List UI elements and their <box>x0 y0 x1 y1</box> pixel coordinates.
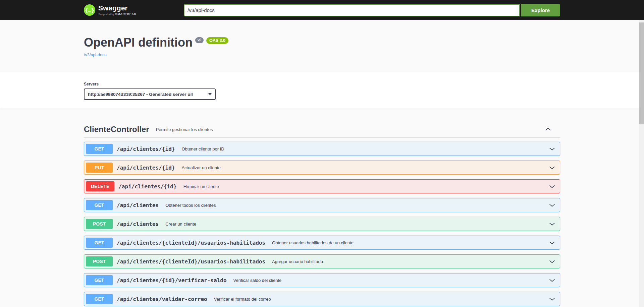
page-title: OpenAPI definition v0 OAS 3.0 <box>84 36 560 49</box>
endpoint-summary-bar[interactable]: POST /api/clientes Crear un cliente <box>84 217 560 231</box>
endpoint-path: /api/clientes/{id} <box>114 183 180 190</box>
swagger-page: {…} Swagger Supported by SMARTBEAR Explo… <box>0 0 644 307</box>
method-badge: GET <box>86 294 113 304</box>
method-badge: GET <box>86 238 113 248</box>
endpoint-row[interactable]: DELETE /api/clientes/{id} Eliminar un cl… <box>84 179 560 193</box>
endpoint-path: /api/clientes/{clienteId}/usuarios-habil… <box>113 240 269 246</box>
endpoint-summary-bar[interactable]: GET /api/clientes/{id} Obtener cliente p… <box>84 142 560 156</box>
method-badge: POST <box>86 256 113 266</box>
endpoint-summary: Obtener todos los clientes <box>162 203 549 208</box>
expand-chevron-down-icon[interactable] <box>549 277 555 284</box>
logo-tagline: Supported by SMARTBEAR <box>98 12 137 16</box>
method-badge: POST <box>86 219 113 229</box>
endpoint-summary-bar[interactable]: GET /api/clientes/{clienteId}/usuarios-h… <box>84 236 560 249</box>
brand-name: Swagger <box>98 4 137 12</box>
endpoint-path: /api/clientes/{id} <box>113 146 178 152</box>
server-select[interactable]: http://ae998074d319:35267 - Generated se… <box>84 88 216 100</box>
expand-chevron-down-icon[interactable] <box>549 258 555 265</box>
endpoint-list: GET /api/clientes/{id} Obtener cliente p… <box>84 142 560 307</box>
endpoint-summary-bar[interactable]: PUT /api/clientes/{id} Actualizar un cli… <box>84 161 560 174</box>
endpoint-path: /api/clientes/validar-correo <box>113 296 211 302</box>
tag-description: Permite gestionar los clientes <box>156 127 545 132</box>
endpoint-path: /api/clientes/{id} <box>113 165 178 171</box>
tagline-brand: SMARTBEAR <box>115 12 137 16</box>
tagline-prefix: Supported by <box>98 13 114 16</box>
endpoint-row[interactable]: GET /api/clientes/{id}/verificar-saldo V… <box>84 273 560 287</box>
method-badge: GET <box>86 144 113 154</box>
endpoint-path: /api/clientes <box>113 202 162 208</box>
spec-link[interactable]: /v3/api-docs <box>84 53 106 57</box>
endpoint-row[interactable]: PUT /api/clientes/{id} Actualizar un cli… <box>84 161 560 175</box>
expand-chevron-down-icon[interactable] <box>549 221 555 227</box>
endpoint-row[interactable]: POST /api/clientes Crear un cliente <box>84 217 560 231</box>
expand-chevron-down-icon[interactable] <box>549 239 555 246</box>
page-title-text: OpenAPI definition <box>84 36 193 49</box>
endpoint-summary-bar[interactable]: GET /api/clientes/{id}/verificar-saldo V… <box>84 273 560 287</box>
method-badge: GET <box>86 275 113 285</box>
tag-header-clientecontroller[interactable]: ClienteController Permite gestionar los … <box>84 122 560 138</box>
endpoint-summary-bar[interactable]: GET /api/clientes/validar-correo Verific… <box>84 292 560 306</box>
scrollbar-thumb[interactable] <box>639 22 644 124</box>
endpoint-summary-bar[interactable]: POST /api/clientes/{clienteId}/usuarios-… <box>84 255 560 268</box>
scheme-container: Servers http://ae998074d319:35267 - Gene… <box>0 72 644 109</box>
endpoint-summary: Obtener cliente por ID <box>178 146 549 151</box>
servers-label: Servers <box>84 82 560 86</box>
endpoint-path: /api/clientes/{clienteId}/usuarios-habil… <box>113 258 269 265</box>
endpoint-row[interactable]: GET /api/clientes/{id} Obtener cliente p… <box>84 142 560 156</box>
endpoint-summary: Eliminar un cliente <box>180 184 549 189</box>
topbar: {…} Swagger Supported by SMARTBEAR Explo… <box>0 0 644 20</box>
endpoint-row[interactable]: POST /api/clientes/{clienteId}/usuarios-… <box>84 254 560 268</box>
explore-button[interactable]: Explore <box>521 4 560 16</box>
endpoint-summary: Verificar saldo del cliente <box>230 278 549 283</box>
logo-text: Swagger Supported by SMARTBEAR <box>98 4 137 16</box>
endpoint-path: /api/clientes <box>113 221 162 227</box>
endpoint-row[interactable]: GET /api/clientes Obtener todos los clie… <box>84 198 560 212</box>
method-badge: DELETE <box>86 181 114 191</box>
collapse-chevron-up-icon[interactable] <box>545 126 551 133</box>
version-badge: v0 <box>195 37 204 43</box>
endpoint-summary: Obtener usuarios habilitados de un clien… <box>269 240 549 245</box>
scrollbar[interactable] <box>639 20 644 307</box>
endpoint-summary: Crear un cliente <box>162 222 549 227</box>
swagger-logo-icon: {…} <box>84 4 95 16</box>
method-badge: GET <box>86 200 113 210</box>
tag-section: ClienteController Permite gestionar los … <box>84 122 560 307</box>
endpoint-path: /api/clientes/{id}/verificar-saldo <box>113 277 230 284</box>
expand-chevron-down-icon[interactable] <box>549 164 555 171</box>
svg-text:{…}: {…} <box>85 7 94 13</box>
expand-chevron-down-icon[interactable] <box>549 183 555 190</box>
expand-chevron-down-icon[interactable] <box>549 202 555 208</box>
endpoint-summary-bar[interactable]: DELETE /api/clientes/{id} Eliminar un cl… <box>84 180 560 193</box>
endpoint-summary: Actualizar un cliente <box>178 165 549 170</box>
swagger-logo-link[interactable]: {…} Swagger Supported by SMARTBEAR <box>84 4 137 16</box>
endpoint-row[interactable]: GET /api/clientes/validar-correo Verific… <box>84 292 560 306</box>
expand-chevron-down-icon[interactable] <box>549 296 555 302</box>
spec-url-input[interactable] <box>184 4 520 16</box>
information-container: OpenAPI definition v0 OAS 3.0 /v3/api-do… <box>0 20 644 72</box>
endpoint-summary: Agregar usuario habilitado <box>269 259 549 264</box>
endpoint-row[interactable]: GET /api/clientes/{clienteId}/usuarios-h… <box>84 236 560 250</box>
endpoint-summary-bar[interactable]: GET /api/clientes Obtener todos los clie… <box>84 198 560 212</box>
topbar-wrapper: {…} Swagger Supported by SMARTBEAR Explo… <box>84 4 560 16</box>
oas-badge: OAS 3.0 <box>206 37 228 44</box>
explore-form: Explore <box>184 4 560 16</box>
tag-name: ClienteController <box>84 125 149 134</box>
expand-chevron-down-icon[interactable] <box>549 145 555 152</box>
server-select-wrap: http://ae998074d319:35267 - Generated se… <box>84 88 216 100</box>
method-badge: PUT <box>86 163 113 173</box>
endpoint-summary: Verificar el formato del correo <box>211 297 549 302</box>
